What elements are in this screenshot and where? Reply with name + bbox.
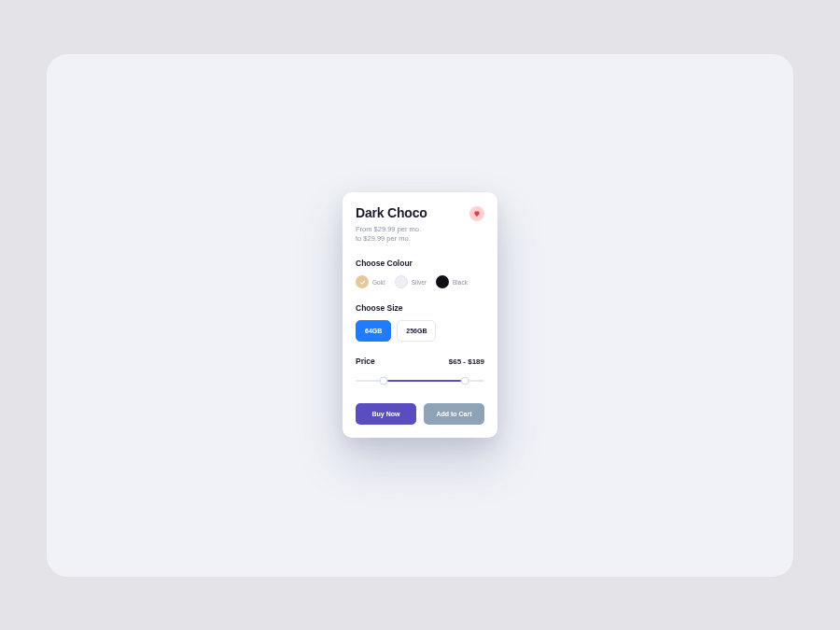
choose-colour-label: Choose Colour	[356, 259, 484, 268]
slider-handle-low[interactable]	[380, 377, 388, 385]
colour-option-black[interactable]: Black	[436, 275, 468, 288]
price-range-value: $65 - $189	[449, 357, 484, 366]
subtitle-line-1: From $29.99 per mo.	[356, 225, 484, 234]
size-options: 64GB 256GB	[356, 320, 484, 342]
price-label: Price	[356, 357, 375, 366]
add-to-cart-button[interactable]: Add to Cart	[424, 403, 484, 425]
colour-swatch-black	[436, 275, 449, 288]
size-option-256gb[interactable]: 256GB	[397, 320, 436, 342]
product-title: Dark Choco	[356, 205, 427, 220]
choose-size-label: Choose Size	[356, 303, 484, 313]
product-card: Dark Choco From $29.99 per mo. to $29.99…	[343, 192, 497, 438]
colour-swatch-silver	[395, 275, 408, 288]
favorite-button[interactable]	[469, 206, 484, 221]
colour-label-gold: Gold	[372, 279, 385, 286]
pricing-subtitle: From $29.99 per mo. to $29.99 per mo.	[356, 225, 484, 244]
colour-swatch-gold	[356, 275, 369, 288]
slider-track-fill	[384, 380, 465, 382]
action-row: Buy Now Add to Cart	[356, 403, 484, 425]
card-header: Dark Choco	[356, 205, 484, 221]
colour-label-black: Black	[453, 279, 468, 286]
colour-options: Gold Silver Black	[356, 275, 484, 288]
colour-option-gold[interactable]: Gold	[356, 275, 385, 288]
canvas: Dark Choco From $29.99 per mo. to $29.99…	[47, 54, 793, 577]
slider-handle-high[interactable]	[461, 377, 469, 385]
heart-icon	[473, 206, 481, 220]
price-slider[interactable]	[356, 375, 484, 386]
buy-now-button[interactable]: Buy Now	[356, 403, 416, 425]
size-option-64gb[interactable]: 64GB	[356, 320, 391, 342]
subtitle-line-2: to $29.99 per mo.	[356, 234, 484, 244]
colour-option-silver[interactable]: Silver	[395, 275, 427, 288]
check-icon	[356, 275, 369, 288]
price-row: Price $65 - $189	[356, 357, 484, 366]
colour-label-silver: Silver	[412, 279, 427, 286]
